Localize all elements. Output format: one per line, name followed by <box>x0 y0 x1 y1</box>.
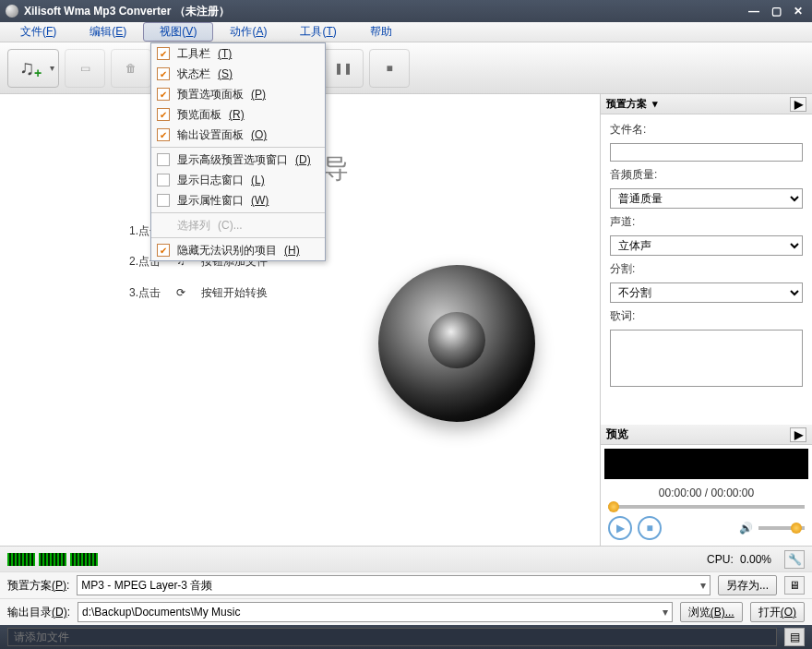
menu-help[interactable]: 帮助 <box>353 22 409 42</box>
toolbar-button-3[interactable]: 🗑 <box>111 49 151 88</box>
output-combo[interactable]: d:\Backup\Documents\My Music▾ <box>78 602 673 622</box>
checkbox-unchecked-icon: ✔ <box>157 194 170 207</box>
quality-label: 音频质量: <box>610 167 803 183</box>
settings-button[interactable]: 🔧 <box>784 550 805 569</box>
preset-panel-header: 预置方案 ▶ <box>601 94 812 114</box>
titlebar: Xilisoft Wma Mp3 Converter （未注册） — ▢ ✕ <box>0 0 812 22</box>
toolbar: ♫+ ▭ 🗑 ✂ ⇥ ⟳ ❚❚ ■ <box>0 42 812 94</box>
menu-view[interactable]: 视图(V) <box>143 22 213 42</box>
menu-tools[interactable]: 工具(T) <box>283 22 352 42</box>
preset-combo[interactable]: MP3 - MPEG Layer-3 音频▾ <box>77 575 710 595</box>
lyrics-textarea[interactable] <box>610 330 803 387</box>
preset-settings-button[interactable]: 🖥 <box>784 576 805 595</box>
split-label: 分割: <box>610 261 803 277</box>
preset-collapse-button[interactable]: ▶ <box>790 97 806 112</box>
split-select[interactable]: 不分割 <box>610 282 803 303</box>
checkbox-checked-icon: ✔ <box>157 244 170 257</box>
stop-preview-button[interactable]: ■ <box>638 516 662 540</box>
chevron-down-icon: ▾ <box>700 579 706 592</box>
close-button[interactable]: ✕ <box>790 4 806 18</box>
computer-icon: 🖥 <box>789 579 800 592</box>
maximize-button[interactable]: ▢ <box>768 4 784 18</box>
open-button[interactable]: 打开(O) <box>750 602 805 622</box>
checkbox-checked-icon: ✔ <box>157 108 170 121</box>
quality-select[interactable]: 普通质量 <box>610 188 803 209</box>
window-title: Xilisoft Wma Mp3 Converter （未注册） <box>24 4 746 19</box>
checkbox-checked-icon: ✔ <box>157 128 170 141</box>
time-display: 00:00:00 / 00:00:00 <box>601 483 812 503</box>
add-file-button[interactable]: ♫+ <box>7 49 59 88</box>
right-panel: 预置方案 ▶ 文件名: 音频质量: 普通质量 声道: 立体声 分割: 不分割 歌… <box>600 94 812 546</box>
music-note-icon: ♫+ <box>19 56 35 80</box>
output-label: 输出目录(D): <box>7 605 70 620</box>
filename-input[interactable] <box>610 143 803 162</box>
statusbar: ▤ <box>0 625 812 649</box>
preset-label: 预置方案(P): <box>7 578 69 594</box>
list-icon: ▤ <box>790 631 800 643</box>
menu-file[interactable]: 文件(F) <box>4 22 73 42</box>
menu-item-toolbar[interactable]: ✔工具栏(T) <box>151 43 325 64</box>
browse-button[interactable]: 浏览(B)... <box>680 602 743 622</box>
preview-collapse-button[interactable]: ▶ <box>790 427 806 442</box>
menu-item-statusbar[interactable]: ✔状态栏(S) <box>151 64 325 84</box>
preview-label: 预览 <box>606 427 628 442</box>
cpu-usage: CPU: 0.00% <box>707 553 771 566</box>
wizard-step-3: 3.点击 ⟳ 按钮开始转换 <box>129 283 268 302</box>
profile-icon: ▭ <box>80 62 90 75</box>
cpu-row: CPU: 0.00% 🔧 <box>0 546 812 571</box>
status-input[interactable] <box>7 628 777 646</box>
stop-icon: ■ <box>386 62 392 75</box>
toolbar-button-2[interactable]: ▭ <box>65 49 105 88</box>
volume-thumb[interactable] <box>791 523 802 534</box>
preset-row: 预置方案(P): MP3 - MPEG Layer-3 音频▾ 另存为... 🖥 <box>0 571 812 598</box>
checkbox-checked-icon: ✔ <box>157 88 170 101</box>
minimize-button[interactable]: — <box>746 4 762 18</box>
volume-slider[interactable] <box>758 526 805 530</box>
menu-item-output-panel[interactable]: ✔输出设置面板(O) <box>151 125 325 145</box>
activity-meter <box>7 553 98 566</box>
pause-button[interactable]: ❚❚ <box>323 49 364 88</box>
preview-area <box>604 449 808 479</box>
chevron-down-icon: ▾ <box>663 606 668 619</box>
menu-item-log-window[interactable]: ✔显示日志窗口(L) <box>151 170 325 190</box>
menubar: 文件(F) 编辑(E) 视图(V) 动作(A) 工具(T) 帮助 <box>0 22 812 42</box>
checkbox-checked-icon: ✔ <box>157 47 170 60</box>
app-icon <box>6 5 18 18</box>
output-row: 输出目录(D): d:\Backup\Documents\My Music▾ 浏… <box>0 598 812 625</box>
speaker-image <box>378 265 535 422</box>
volume-icon[interactable]: 🔊 <box>739 522 753 535</box>
trash-icon: 🗑 <box>125 62 137 75</box>
filename-label: 文件名: <box>610 122 803 138</box>
menu-item-select-cols: 选择列(C)... <box>151 215 325 235</box>
view-menu-dropdown: ✔工具栏(T) ✔状态栏(S) ✔预置选项面板(P) ✔预览面板(R) ✔输出设… <box>150 42 326 261</box>
menu-item-hide-unrecognized[interactable]: ✔隐藏无法识别的项目(H) <box>151 240 325 260</box>
menu-item-preview-panel[interactable]: ✔预览面板(R) <box>151 104 325 125</box>
seek-thumb[interactable] <box>608 501 619 512</box>
convert-start-icon: ⟳ <box>172 283 190 302</box>
pause-icon: ❚❚ <box>334 62 352 75</box>
menu-item-adv-preset[interactable]: ✔显示高级预置选项窗口(D) <box>151 150 325 170</box>
checkbox-checked-icon: ✔ <box>157 67 170 80</box>
checkbox-unchecked-icon: ✔ <box>157 174 170 186</box>
menu-edit[interactable]: 编辑(E) <box>73 22 143 42</box>
preview-panel-header: 预览 ▶ <box>601 425 812 445</box>
menu-action[interactable]: 动作(A) <box>213 22 283 42</box>
channel-select[interactable]: 立体声 <box>610 235 803 256</box>
list-view-button[interactable]: ▤ <box>784 628 805 646</box>
preset-dropdown[interactable]: 预置方案 <box>606 97 658 111</box>
save-as-button[interactable]: 另存为... <box>718 575 777 595</box>
menu-item-preset-panel[interactable]: ✔预置选项面板(P) <box>151 84 325 104</box>
channel-label: 声道: <box>610 214 803 230</box>
play-button[interactable]: ▶ <box>608 516 632 540</box>
wrench-icon: 🔧 <box>788 553 802 566</box>
checkbox-unchecked-icon: ✔ <box>157 153 170 166</box>
lyrics-label: 歌词: <box>610 308 803 324</box>
menu-item-prop-window[interactable]: ✔显示属性窗口(W) <box>151 190 325 210</box>
stop-button[interactable]: ■ <box>369 49 410 88</box>
seek-slider[interactable] <box>608 505 805 509</box>
